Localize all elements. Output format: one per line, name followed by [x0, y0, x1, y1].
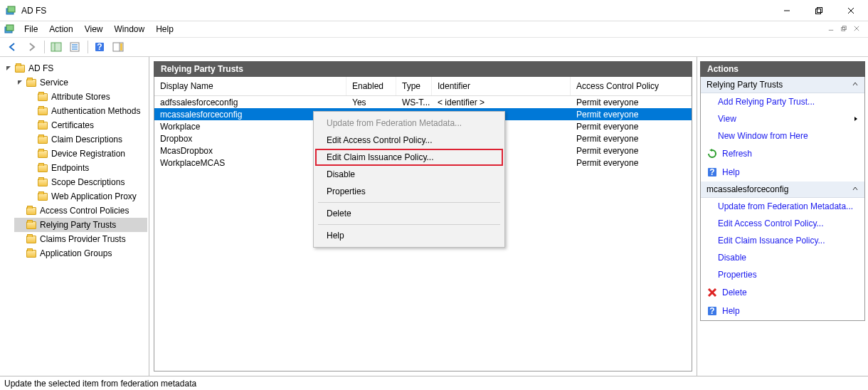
- action-label: Help: [722, 306, 740, 316]
- svg-text:?: ?: [97, 42, 102, 52]
- menu-file[interactable]: File: [18, 23, 43, 36]
- tree-item[interactable]: Attribute Stores: [26, 90, 147, 104]
- console-tree[interactable]: AD FS Service Attribute StoresAuthentica…: [0, 57, 149, 376]
- tree-label: Web Application Proxy: [51, 190, 137, 203]
- tree-item[interactable]: Authentication Methods: [26, 104, 147, 118]
- action-item[interactable]: Refresh: [701, 144, 864, 163]
- context-item[interactable]: Properties: [315, 183, 503, 200]
- context-menu[interactable]: Update from Federation Metadata...Edit A…: [313, 111, 505, 248]
- tree-label: Claims Provider Trusts: [40, 233, 126, 246]
- folder-icon: [26, 206, 37, 216]
- tree-root-adfs[interactable]: AD FS: [3, 61, 147, 75]
- col-display-name[interactable]: Display Name: [154, 77, 346, 95]
- svg-rect-10: [842, 27, 845, 31]
- cell-acp: Permit everyone: [571, 134, 692, 144]
- context-separator: [318, 202, 500, 203]
- show-hide-tree-button[interactable]: [48, 39, 65, 55]
- col-identifier[interactable]: Identifier: [432, 77, 571, 95]
- tree-item[interactable]: Scope Descriptions: [26, 175, 147, 189]
- tree-item[interactable]: Endpoints: [26, 161, 147, 175]
- tree-item[interactable]: Device Registration: [26, 147, 147, 161]
- close-button[interactable]: [835, 1, 867, 21]
- maximize-button[interactable]: [803, 1, 835, 21]
- context-item[interactable]: Edit Claim Issuance Policy...: [315, 149, 503, 166]
- svg-text:?: ?: [709, 167, 714, 177]
- tree-label: Service: [40, 76, 68, 89]
- tree-item[interactable]: Web Application Proxy: [26, 189, 147, 204]
- table-row[interactable]: adfssalesforceconfigYesWS-T...< identifi…: [154, 96, 692, 108]
- action-item[interactable]: Add Relying Party Trust...: [701, 93, 864, 110]
- nav-forward-button[interactable]: [23, 39, 40, 55]
- tree-label: Attribute Stores: [51, 90, 110, 103]
- tree-item[interactable]: Claims Provider Trusts: [14, 232, 147, 246]
- menu-action[interactable]: Action: [43, 23, 78, 36]
- action-label: Edit Claim Issuance Policy...: [718, 236, 825, 246]
- tree-label: Endpoints: [51, 162, 89, 174]
- help-button[interactable]: ?: [91, 39, 108, 55]
- folder-icon: [37, 120, 48, 130]
- toolbar-separator: [88, 41, 88, 53]
- actions-title: Actions: [700, 61, 865, 77]
- collapse-icon[interactable]: [852, 80, 859, 90]
- child-restore-button[interactable]: [838, 23, 850, 34]
- context-item[interactable]: Delete: [315, 205, 503, 222]
- properties-button[interactable]: [66, 39, 83, 55]
- context-item[interactable]: Edit Access Control Policy...: [315, 132, 503, 149]
- nav-back-button[interactable]: [4, 39, 21, 55]
- action-group-header[interactable]: Relying Party Trusts: [701, 77, 864, 93]
- tree-item[interactable]: Access Control Policies: [14, 204, 147, 218]
- tree-item[interactable]: Claim Descriptions: [26, 132, 147, 147]
- folder-icon: [26, 234, 37, 244]
- action-item[interactable]: Delete: [701, 283, 864, 302]
- action-item[interactable]: ?Help: [701, 163, 864, 181]
- context-item: Update from Federation Metadata...: [315, 115, 503, 132]
- col-enabled[interactable]: Enabled: [346, 77, 396, 95]
- context-item[interactable]: Disable: [315, 166, 503, 183]
- app-small-icon: [3, 23, 16, 36]
- cell-acp: Permit everyone: [571, 158, 692, 168]
- action-item[interactable]: Edit Access Control Policy...: [701, 215, 864, 232]
- action-label: Refresh: [722, 149, 752, 159]
- toolbar: ?: [0, 37, 868, 57]
- action-item[interactable]: ?Help: [701, 302, 864, 320]
- grid-header: Display Name Enabled Type Identifier Acc…: [154, 77, 692, 96]
- action-item[interactable]: Update from Federation Metadata...: [701, 198, 864, 215]
- tree-label: Access Control Policies: [40, 204, 129, 217]
- tree-item[interactable]: Relying Party Trusts: [14, 218, 147, 232]
- col-type[interactable]: Type: [396, 77, 432, 95]
- tree-label: AD FS: [28, 62, 53, 75]
- tree-label: Device Registration: [51, 147, 125, 160]
- collapse-icon[interactable]: [852, 184, 859, 194]
- action-group-header[interactable]: mcassalesforceconfig: [701, 181, 864, 198]
- help-icon: ?: [706, 167, 718, 178]
- cell-acp: Permit everyone: [571, 146, 692, 156]
- cell-identifier: < identifier >: [432, 98, 571, 107]
- toolbar-separator: [44, 41, 45, 53]
- action-label: View: [718, 114, 736, 124]
- show-hide-action-button[interactable]: [110, 39, 127, 55]
- expand-icon[interactable]: [16, 78, 24, 87]
- action-item[interactable]: Edit Claim Issuance Policy...: [701, 232, 864, 249]
- menu-help[interactable]: Help: [150, 23, 179, 36]
- tree-item[interactable]: Certificates: [26, 118, 147, 132]
- cell-type: WS-T...: [396, 98, 432, 107]
- tree-item[interactable]: Application Groups: [14, 246, 147, 260]
- group-title: Relying Party Trusts: [706, 80, 783, 90]
- tree-service[interactable]: Service: [14, 75, 147, 90]
- child-minimize-button[interactable]: [825, 23, 837, 34]
- context-item[interactable]: Help: [315, 227, 503, 244]
- action-item[interactable]: View: [701, 110, 864, 127]
- child-close-button[interactable]: [851, 23, 862, 34]
- svg-text:?: ?: [709, 306, 714, 316]
- action-item[interactable]: Properties: [701, 266, 864, 283]
- cell-acp: Permit everyone: [571, 122, 692, 132]
- cell-name: adfssalesforceconfig: [154, 98, 346, 107]
- action-item[interactable]: New Window from Here: [701, 127, 864, 144]
- menu-view[interactable]: View: [79, 23, 109, 36]
- minimize-button[interactable]: [771, 1, 803, 21]
- action-item[interactable]: Disable: [701, 249, 864, 266]
- col-acp[interactable]: Access Control Policy: [571, 77, 692, 95]
- menu-window[interactable]: Window: [109, 23, 151, 36]
- expand-icon[interactable]: [4, 64, 13, 73]
- group-title: mcassalesforceconfig: [706, 184, 788, 194]
